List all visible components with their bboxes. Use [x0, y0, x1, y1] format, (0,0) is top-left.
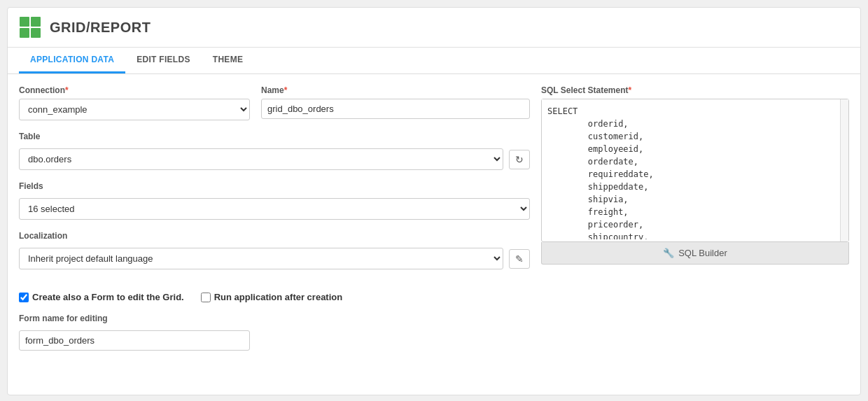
localization-group: Localization Inherit project default lan… — [19, 231, 530, 281]
connection-select[interactable]: conn_example — [19, 99, 250, 120]
page-header: GRID/REPORT — [8, 8, 860, 48]
name-group: Name* — [261, 85, 530, 120]
sql-label: SQL Select Statement* — [541, 85, 849, 95]
scrollbar[interactable] — [840, 99, 848, 241]
tab-edit-fields[interactable]: EDIT FIELDS — [125, 48, 202, 73]
name-label: Name* — [261, 85, 530, 95]
fields-group: Fields 16 selected — [19, 181, 530, 220]
table-select[interactable]: dbo.orders — [19, 148, 503, 170]
checkboxes-row: Create also a Form to edit the Grid. Run… — [19, 292, 530, 302]
left-panel: Connection* conn_example Name* Table — [19, 85, 530, 351]
form-name-input[interactable] — [19, 330, 250, 351]
localization-label: Localization — [19, 231, 530, 241]
sql-builder-label: SQL Builder — [678, 248, 727, 258]
localization-select[interactable]: Inherit project default language — [19, 248, 503, 269]
form-name-group: Form name for editing — [19, 314, 530, 351]
refresh-button[interactable]: ↻ — [509, 150, 530, 169]
sql-panel: SQL Select Statement* SELECT orderid, cu… — [541, 85, 849, 351]
connection-group: Connection* conn_example — [19, 85, 250, 120]
fields-label: Fields — [19, 181, 530, 191]
refresh-icon: ↻ — [515, 154, 524, 165]
create-form-checkbox-label[interactable]: Create also a Form to edit the Grid. — [19, 292, 184, 302]
wrench-icon: 🔧 — [663, 248, 674, 258]
page-title: GRID/REPORT — [50, 20, 150, 36]
table-input-row: dbo.orders ↻ — [19, 148, 530, 170]
table-label: Table — [19, 132, 530, 141]
svg-rect-3 — [31, 28, 41, 38]
svg-rect-2 — [20, 28, 29, 38]
svg-rect-0 — [20, 17, 29, 27]
form-name-label: Form name for editing — [19, 314, 530, 323]
create-form-checkbox[interactable] — [19, 293, 29, 302]
tabs-bar: APPLICATION DATA EDIT FIELDS THEME — [8, 48, 860, 74]
tab-application-data[interactable]: APPLICATION DATA — [19, 48, 125, 73]
name-input[interactable] — [261, 99, 530, 119]
localization-edit-button[interactable]: ✎ — [509, 249, 530, 269]
svg-rect-1 — [31, 17, 41, 27]
sql-textarea[interactable]: SELECT orderid, customerid, employeeid, … — [542, 99, 848, 239]
sql-builder-button[interactable]: 🔧 SQL Builder — [541, 242, 849, 265]
localization-row: Inherit project default language ✎ — [19, 248, 530, 269]
content-area: Connection* conn_example Name* Table — [8, 74, 860, 362]
run-app-checkbox-label[interactable]: Run application after creation — [201, 292, 342, 302]
run-app-checkbox[interactable] — [201, 293, 211, 302]
fields-select[interactable]: 16 selected — [19, 198, 530, 220]
grid-report-icon — [19, 16, 41, 38]
edit-icon: ✎ — [515, 253, 524, 265]
table-group: Table dbo.orders ↻ — [19, 132, 530, 170]
create-form-label-text: Create also a Form to edit the Grid. — [32, 292, 184, 302]
connection-name-row: Connection* conn_example Name* — [19, 85, 530, 120]
connection-label: Connection* — [19, 85, 250, 95]
sql-textarea-container: SELECT orderid, customerid, employeeid, … — [541, 99, 849, 242]
tab-theme[interactable]: THEME — [202, 48, 255, 73]
run-app-label-text: Run application after creation — [214, 292, 342, 302]
